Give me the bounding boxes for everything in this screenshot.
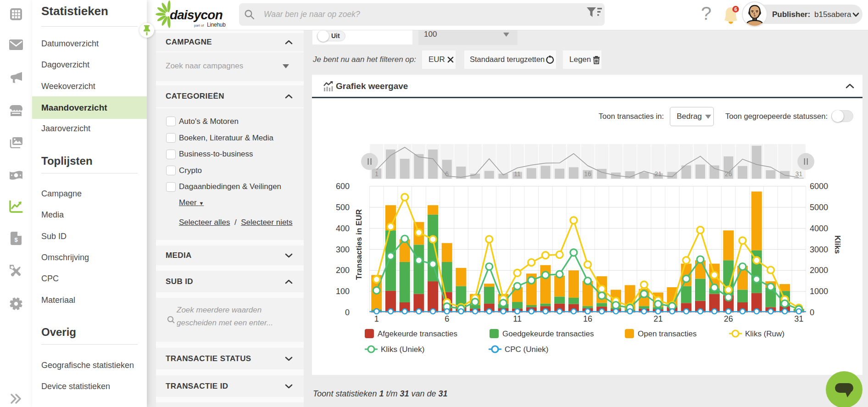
svg-text:Afgekeurde transacties: Afgekeurde transacties: [378, 329, 457, 338]
svg-text:Kliks (Ruw): Kliks (Ruw): [745, 329, 785, 338]
svg-text:CPC (Uniek): CPC (Uniek): [505, 345, 548, 354]
svg-text:6: 6: [445, 314, 449, 323]
svg-text:3000: 3000: [810, 245, 828, 254]
svg-text:$: $: [14, 236, 18, 243]
svg-text:1000: 1000: [810, 287, 828, 296]
svg-text:2000: 2000: [810, 266, 828, 275]
svg-text:Kliks: Kliks: [833, 235, 842, 254]
svg-text:Open transacties: Open transacties: [638, 329, 697, 338]
svg-text:16: 16: [583, 314, 592, 323]
svg-text:200: 200: [336, 266, 350, 275]
svg-text:0: 0: [345, 308, 350, 317]
svg-text:21: 21: [655, 170, 662, 178]
svg-text:0: 0: [810, 308, 814, 317]
svg-text:Goedgekeurde transacties: Goedgekeurde transacties: [502, 329, 594, 338]
svg-text:100: 100: [336, 287, 350, 296]
svg-text:26: 26: [725, 170, 732, 178]
svg-text:21: 21: [653, 314, 662, 323]
svg-text:16: 16: [584, 170, 591, 178]
svg-text:6000: 6000: [810, 182, 828, 191]
svg-text:31: 31: [794, 314, 803, 323]
svg-text:4000: 4000: [810, 224, 828, 233]
svg-text:1: 1: [374, 314, 379, 323]
svg-text:Transacties in EUR: Transacties in EUR: [355, 209, 363, 280]
svg-text:600: 600: [336, 182, 350, 191]
svg-text:300: 300: [336, 245, 350, 254]
svg-text:Kliks (Uniek): Kliks (Uniek): [381, 345, 424, 354]
svg-text:500: 500: [336, 203, 350, 212]
svg-text:6: 6: [734, 6, 737, 12]
svg-text:5000: 5000: [810, 203, 828, 212]
svg-text:6: 6: [445, 170, 449, 178]
svg-text:1: 1: [375, 170, 378, 178]
svg-text:26: 26: [724, 314, 733, 323]
svg-text:11: 11: [513, 314, 522, 323]
svg-text:400: 400: [336, 224, 350, 233]
svg-text:31: 31: [795, 170, 802, 178]
svg-text:11: 11: [514, 170, 521, 178]
